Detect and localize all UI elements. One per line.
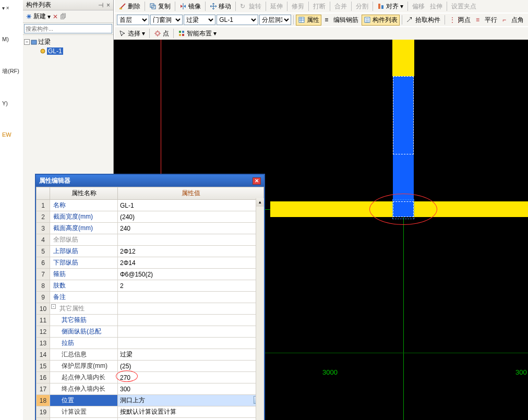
prop-value[interactable]: 按默认计算设置计算 bbox=[118, 406, 264, 418]
table-row[interactable]: 5上部纵筋2Φ12 bbox=[37, 246, 264, 257]
prop-value[interactable] bbox=[118, 338, 264, 349]
wall-segment[interactable] bbox=[392, 40, 414, 76]
table-row[interactable]: 15保护层厚度(mm)(25) bbox=[37, 361, 264, 372]
prop-value[interactable] bbox=[118, 326, 264, 338]
point-button[interactable]: 点 bbox=[152, 28, 171, 39]
prop-value[interactable]: Φ6@150(2) bbox=[118, 269, 264, 280]
move-button[interactable]: 移动 bbox=[208, 1, 233, 12]
close-red-icon[interactable]: ✕ bbox=[53, 13, 58, 20]
close-icon[interactable]: × bbox=[106, 2, 110, 9]
prop-value[interactable]: 240 bbox=[118, 223, 264, 234]
prop-value[interactable]: 300 bbox=[118, 383, 264, 395]
property-table[interactable]: 属性名称 属性值 1名称GL-12截面宽度(mm)(240)3截面高度(mm)2… bbox=[36, 187, 264, 420]
dialog-title-bar[interactable]: 属性编辑器 ✕ bbox=[36, 175, 264, 187]
new-button[interactable]: ☀ 新建 ▾ bbox=[26, 12, 51, 21]
table-row[interactable]: 19计算设置按默认计算设置计算 bbox=[37, 406, 264, 418]
prop-value[interactable]: (25) bbox=[118, 361, 264, 372]
table-row[interactable]: 8肢数2 bbox=[37, 280, 264, 292]
table-row[interactable]: 14汇总信息过梁 bbox=[37, 349, 264, 361]
props-button[interactable]: 属性 bbox=[296, 15, 321, 26]
delete-button[interactable]: 删除 bbox=[117, 1, 142, 12]
row-number: 12 bbox=[37, 326, 50, 338]
component-tree[interactable]: − 过梁 GL-1 bbox=[23, 35, 113, 57]
layer-select[interactable]: 分层洞1 bbox=[259, 15, 292, 25]
svg-rect-2 bbox=[119, 8, 122, 9]
table-row[interactable]: 13拉筋 bbox=[37, 338, 264, 349]
prop-name: 计算设置 bbox=[50, 406, 118, 418]
pick-button[interactable]: 🡕拾取构件 bbox=[404, 15, 442, 26]
dropdown-arrow-icon[interactable]: ▾ bbox=[213, 30, 217, 37]
table-row[interactable]: 17终点伸入墙内长300 bbox=[37, 383, 264, 395]
tree-child[interactable]: GL-1 bbox=[24, 47, 112, 55]
table-row[interactable]: 1名称GL-1 bbox=[37, 200, 264, 211]
row-number: 9 bbox=[37, 292, 50, 303]
dropdown-arrow-icon[interactable]: ▾ bbox=[400, 3, 403, 10]
pin-icon[interactable]: ⊣ bbox=[98, 2, 103, 9]
scrollbar[interactable]: ▴ ▾ bbox=[256, 198, 264, 420]
left-label: Y) bbox=[0, 98, 23, 109]
left-label: EW bbox=[0, 129, 23, 140]
table-row[interactable]: 12侧面纵筋(总配 bbox=[37, 326, 264, 338]
dropdown-arrow-icon[interactable]: ▾ bbox=[142, 30, 145, 37]
type-select[interactable]: 过梁 bbox=[184, 15, 216, 25]
floor-select[interactable]: 首层 bbox=[117, 15, 149, 25]
prop-value[interactable]: (240) bbox=[118, 211, 264, 223]
table-row[interactable]: 11其它箍筋 bbox=[37, 315, 264, 326]
collapse-icon[interactable]: − bbox=[24, 39, 30, 45]
mirror-button[interactable]: 镜像 bbox=[177, 1, 203, 12]
copy-button[interactable]: 复制 bbox=[147, 1, 173, 12]
prop-value[interactable]: 洞口上方▾ bbox=[118, 395, 264, 406]
align-icon bbox=[377, 3, 385, 10]
plus-icon: ☀ bbox=[26, 13, 32, 20]
table-row[interactable]: 10-其它属性 bbox=[37, 303, 264, 315]
row-number: 3 bbox=[37, 223, 50, 234]
align-button[interactable]: 对齐▾ bbox=[375, 1, 405, 12]
table-row[interactable]: 20搭接设置按默认搭接设置计算 bbox=[37, 418, 264, 421]
close-button[interactable]: ✕ bbox=[253, 177, 261, 185]
twopoint-button[interactable]: ⋮⋮两点 bbox=[447, 15, 473, 26]
gear-icon bbox=[40, 48, 46, 54]
table-row[interactable]: 4全部纵筋 bbox=[37, 234, 264, 246]
member-select[interactable]: GL-1 bbox=[217, 15, 258, 25]
new-label: 新建 bbox=[33, 12, 46, 21]
editrebar-button[interactable]: ≡编辑钢筋 bbox=[322, 15, 361, 26]
selected-member[interactable] bbox=[393, 76, 414, 154]
prop-value[interactable]: 按默认搭接设置计算 bbox=[118, 418, 264, 421]
prop-value[interactable]: 2Φ14 bbox=[118, 257, 264, 269]
table-row[interactable]: 18位置洞口上方▾ bbox=[37, 395, 264, 406]
table-row[interactable]: 6下部纵筋2Φ14 bbox=[37, 257, 264, 269]
prop-value[interactable]: GL-1 bbox=[118, 200, 264, 211]
table-row[interactable]: 7箍筋Φ6@150(2) bbox=[37, 269, 264, 280]
copy-icon[interactable]: 🗐 bbox=[60, 13, 66, 20]
cursor-icon bbox=[119, 30, 126, 37]
property-editor-dialog[interactable]: 属性编辑器 ✕ 属性名称 属性值 1名称GL-12截面宽度(mm)(240)3截… bbox=[35, 174, 265, 420]
search-input[interactable] bbox=[24, 24, 112, 33]
prop-value[interactable]: 270 bbox=[118, 372, 264, 383]
dropdown-arrow-icon[interactable]: ▾ bbox=[47, 13, 51, 20]
subcat-select[interactable]: 门窗洞 bbox=[150, 15, 183, 25]
memberlist-button[interactable]: 构件列表 bbox=[362, 15, 400, 26]
parallel-button[interactable]: ≡平行 bbox=[474, 15, 499, 26]
tree-root[interactable]: − 过梁 bbox=[24, 37, 112, 47]
prop-name: 下部纵筋 bbox=[50, 257, 118, 269]
table-row[interactable]: 3截面高度(mm)240 bbox=[37, 223, 264, 234]
prop-value[interactable]: 2Φ12 bbox=[118, 246, 264, 257]
prop-name: 汇总信息 bbox=[50, 349, 118, 361]
table-row[interactable]: 16起点伸入墙内长270 bbox=[37, 372, 264, 383]
table-row[interactable]: 2截面宽度(mm)(240) bbox=[37, 211, 264, 223]
prop-value[interactable] bbox=[118, 303, 264, 315]
prop-name: 备注 bbox=[50, 292, 118, 303]
smart-button[interactable]: 智能布置▾ bbox=[176, 28, 219, 39]
prop-value[interactable] bbox=[118, 315, 264, 326]
prop-value[interactable] bbox=[118, 292, 264, 303]
table-row[interactable]: 9备注 bbox=[37, 292, 264, 303]
prop-value[interactable]: 过梁 bbox=[118, 349, 264, 361]
select-button[interactable]: 选择▾ bbox=[117, 28, 147, 39]
row-number: 13 bbox=[37, 338, 50, 349]
prop-value[interactable]: 2 bbox=[118, 280, 264, 292]
prop-value[interactable] bbox=[118, 234, 264, 246]
scroll-up-icon[interactable]: ▴ bbox=[256, 198, 264, 207]
corner-button[interactable]: ⌐点角 bbox=[500, 15, 526, 26]
svg-rect-12 bbox=[179, 34, 181, 36]
collapse-icon[interactable]: - bbox=[51, 304, 56, 309]
